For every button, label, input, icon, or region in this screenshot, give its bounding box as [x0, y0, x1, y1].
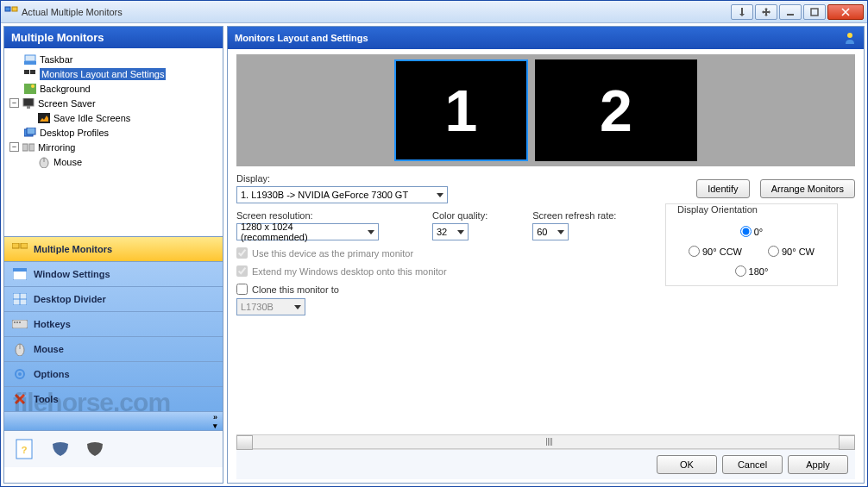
svg-rect-0 [5, 7, 10, 11]
monitor-1[interactable]: 1 [394, 59, 528, 161]
svg-rect-2 [741, 8, 743, 14]
svg-rect-7 [24, 70, 29, 74]
help-icon[interactable]: ? [13, 436, 39, 462]
mouse-icon [11, 341, 28, 357]
svg-point-34 [18, 372, 22, 376]
tree-item-mirroring[interactable]: −Mirroring [4, 140, 223, 154]
sidebar: Multiple Monitors Taskbar Monitors Layou… [3, 26, 223, 484]
orient-180[interactable]: 180° [735, 265, 769, 277]
display-select[interactable]: 1. L1930B -> NVIDIA GeForce 7300 GT [236, 186, 448, 203]
nav-mouse[interactable]: Mouse [4, 337, 223, 362]
titlebar[interactable]: Actual Multiple Monitors [1, 1, 867, 23]
svg-rect-4 [811, 9, 818, 16]
nav-tools[interactable]: Tools [4, 387, 223, 412]
clone-target-select: L1730B [236, 298, 305, 315]
colorq-select[interactable]: 32 [432, 223, 469, 240]
tree-item-mouse[interactable]: Mouse [4, 154, 223, 169]
nav-buttons: Multiple Monitors Window Settings Deskto… [4, 236, 223, 431]
save-idle-icon [37, 112, 51, 124]
orient-90ccw[interactable]: 90° CCW [689, 246, 742, 257]
tree-item-desktop-profiles[interactable]: Desktop Profiles [4, 125, 223, 140]
tree-item-monitors-layout[interactable]: Monitors Layout and Settings [4, 66, 223, 81]
mirroring-icon [22, 141, 35, 153]
close-icon[interactable] [827, 4, 864, 20]
svg-rect-6 [25, 55, 35, 61]
nav-window-settings[interactable]: Window Settings [4, 262, 223, 287]
svg-rect-17 [29, 144, 35, 151]
horizontal-scrollbar[interactable] [236, 434, 855, 449]
window-title: Actual Multiple Monitors [22, 7, 731, 17]
svg-rect-21 [21, 243, 28, 248]
mouse-icon [37, 156, 51, 168]
refresh-label: Screen refresh rate: [532, 210, 616, 221]
tools-icon [11, 391, 28, 407]
nav-more[interactable]: »▾ [4, 412, 223, 431]
svg-rect-9 [24, 84, 36, 94]
main-window: Actual Multiple Monitors Multiple Monito… [0, 0, 868, 487]
resolution-label: Screen resolution: [236, 210, 379, 221]
chevron-down-icon: »▾ [213, 413, 217, 430]
bottom-toolbar: filehorse.com ? [4, 431, 223, 467]
monitors-icon [23, 68, 37, 80]
app-icon [4, 5, 18, 19]
screensaver-icon [22, 97, 35, 109]
cancel-button[interactable]: Cancel [722, 455, 783, 474]
tree-item-screensaver[interactable]: −Screen Saver [4, 96, 223, 110]
arrange-monitors-button[interactable]: Arrange Monitors [760, 179, 855, 198]
nav-options[interactable]: Options [4, 362, 223, 387]
background-icon [23, 83, 37, 95]
main-panel: Monitors Layout and Settings 1 2 Display… [227, 26, 865, 484]
orient-0[interactable]: 0° [740, 226, 764, 237]
dialog-buttons: OK Cancel Apply [236, 449, 855, 479]
svg-rect-30 [19, 322, 21, 323]
maximize-icon[interactable] [803, 4, 826, 20]
sidebar-header: Multiple Monitors [4, 27, 223, 48]
svg-rect-16 [22, 144, 28, 151]
nav-desktop-divider[interactable]: Desktop Divider [4, 287, 223, 312]
identify-button[interactable]: Identify [696, 179, 749, 198]
page-title: Monitors Layout and Settings [235, 33, 368, 43]
mask-dark-icon[interactable] [82, 436, 108, 462]
main-header: Monitors Layout and Settings [228, 27, 864, 49]
svg-rect-15 [27, 128, 35, 134]
monitor-2[interactable]: 2 [535, 59, 697, 161]
mask-icon[interactable] [47, 436, 73, 462]
svg-rect-5 [24, 61, 36, 65]
resolution-select[interactable]: 1280 x 1024 (recommended) [236, 223, 379, 240]
svg-text:?: ? [22, 445, 28, 455]
collapse-icon[interactable]: − [9, 98, 19, 108]
tree-item-background[interactable]: Background [4, 81, 223, 96]
gear-icon [11, 366, 28, 382]
divider-icon [11, 291, 28, 307]
apply-button[interactable]: Apply [788, 455, 848, 474]
svg-rect-8 [30, 70, 35, 74]
display-label: Display: [236, 173, 686, 184]
nav-multiple-monitors[interactable]: Multiple Monitors [4, 237, 223, 262]
monitors-icon [11, 241, 28, 257]
svg-rect-1 [12, 7, 17, 11]
move-icon[interactable] [755, 4, 777, 20]
svg-rect-20 [12, 243, 19, 248]
profiles-icon [23, 127, 37, 139]
svg-rect-29 [16, 322, 18, 323]
ok-button[interactable]: OK [657, 455, 717, 474]
tree-item-save-idle[interactable]: Save Idle Screens [4, 110, 223, 125]
svg-rect-23 [13, 268, 27, 272]
nav-hotkeys[interactable]: Hotkeys [4, 312, 223, 337]
collapse-icon[interactable]: − [9, 142, 19, 152]
svg-rect-11 [23, 98, 34, 106]
monitor-preview[interactable]: 1 2 [236, 54, 855, 166]
orient-90cw[interactable]: 90° CW [768, 246, 815, 257]
taskbar-icon [23, 53, 37, 66]
refresh-select[interactable]: 60 [532, 223, 569, 240]
tree-item-taskbar[interactable]: Taskbar [4, 52, 223, 66]
keyboard-icon [11, 316, 28, 332]
svg-rect-28 [14, 322, 16, 323]
window-icon [11, 266, 28, 282]
user-icon[interactable] [843, 31, 857, 45]
minimize-icon[interactable] [779, 4, 802, 20]
svg-point-10 [31, 84, 35, 88]
svg-rect-27 [12, 320, 28, 328]
orientation-label: Display Orientation [675, 204, 760, 215]
pin-icon[interactable] [731, 4, 753, 20]
